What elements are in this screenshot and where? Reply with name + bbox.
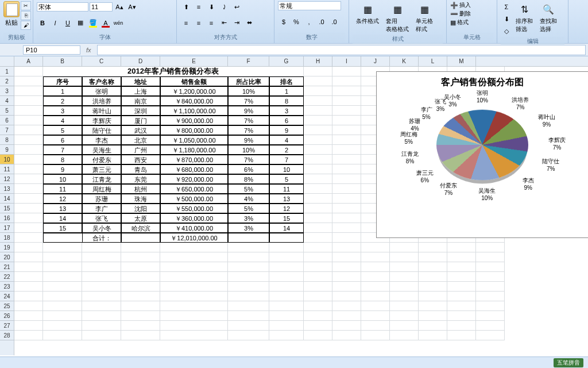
select-all-corner[interactable] (0, 56, 14, 67)
table-title: 2012年客户销售份额分布表 (43, 67, 304, 76)
fill-button[interactable]: ⬇ (501, 13, 512, 25)
align-top-button[interactable]: ⬆ (180, 1, 192, 13)
decrease-font-button[interactable]: A▾ (126, 1, 138, 13)
ime-indicator[interactable]: 五笔拼音 (554, 358, 583, 367)
decrease-decimal-button[interactable]: .0 (328, 16, 340, 28)
name-box[interactable] (23, 45, 80, 55)
phonetic-button[interactable]: wén (113, 17, 124, 29)
orientation-button[interactable]: ⤸ (218, 1, 230, 13)
row-header[interactable]: 12 (0, 174, 14, 184)
paste-button[interactable]: 粘贴 (3, 1, 20, 30)
format-painter-button[interactable]: 🖌 (21, 21, 31, 30)
row-header[interactable]: 24 (0, 292, 14, 301)
row-header[interactable]: 18 (0, 233, 14, 243)
number-format-select[interactable] (278, 1, 341, 10)
row-header[interactable]: 21 (0, 262, 14, 272)
format-cells-button[interactable]: ▦格式 (450, 18, 493, 26)
table-cell: 上海 (121, 86, 160, 96)
find-select-button[interactable]: 🔍 查找和 选择 (536, 1, 560, 37)
percent-button[interactable]: % (291, 16, 302, 28)
row-header[interactable]: 3 (0, 86, 14, 96)
row-header[interactable]: 28 (0, 331, 14, 340)
row-header[interactable]: 13 (0, 184, 14, 194)
conditional-format-button[interactable]: ▦ 条件格式 (353, 1, 382, 34)
italic-button[interactable]: I (49, 17, 61, 29)
row-header[interactable]: 2 (0, 76, 14, 86)
underline-button[interactable]: U (62, 17, 74, 29)
font-name-select[interactable] (37, 2, 88, 12)
row-header[interactable]: 9 (0, 145, 14, 155)
table-cell: 8% (228, 174, 269, 184)
align-right-button[interactable]: ≡ (206, 17, 217, 29)
chart[interactable]: 客户销售份额分布图 张明10%洪培养7%蒋叶山9%李辉庆7%陆守仕7%李杰9%吴… (376, 71, 588, 238)
table-cell: 10 (269, 164, 304, 174)
fx-icon[interactable]: fx (83, 47, 95, 53)
col-header[interactable]: K (390, 56, 419, 66)
font-color-button[interactable]: A (100, 17, 111, 29)
table-format-button[interactable]: ▦ 套用 表格格式 (382, 1, 412, 34)
row-header[interactable]: 15 (0, 204, 14, 213)
row-header[interactable]: 22 (0, 272, 14, 282)
row-header[interactable]: 1 (0, 67, 14, 76)
row-header[interactable]: 16 (0, 213, 14, 223)
row-header[interactable]: 26 (0, 311, 14, 321)
border-button[interactable]: ▦ (75, 17, 86, 29)
increase-decimal-button[interactable]: .0 (316, 16, 327, 28)
insert-cells-button[interactable]: ➕插入 (450, 1, 493, 9)
copy-button[interactable]: ⎘ (21, 11, 31, 20)
col-header[interactable]: B (43, 56, 82, 66)
row-header[interactable]: 27 (0, 321, 14, 331)
paste-icon (3, 1, 20, 17)
clear-button[interactable]: ◇ (501, 25, 512, 37)
delete-cells-button[interactable]: ➖删除 (450, 10, 493, 18)
increase-indent-button[interactable]: ⇥ (231, 17, 242, 29)
align-left-button[interactable]: ≡ (180, 17, 192, 29)
row-header[interactable]: 5 (0, 106, 14, 116)
col-header[interactable]: H (304, 56, 332, 66)
col-header[interactable]: C (82, 56, 121, 66)
col-header[interactable]: L (419, 56, 447, 66)
cell-styles-button[interactable]: ▦ 单元格 样式 (412, 1, 436, 34)
col-header[interactable]: D (121, 56, 160, 66)
row-header[interactable]: 25 (0, 301, 14, 311)
row-header[interactable]: 20 (0, 252, 14, 262)
row-header[interactable]: 19 (0, 243, 14, 252)
row-header[interactable]: 10 (0, 155, 14, 164)
align-center-button[interactable]: ≡ (193, 17, 204, 29)
fill-color-button[interactable]: 🪣 (87, 17, 99, 29)
row-header[interactable]: 23 (0, 282, 14, 292)
cut-button[interactable]: ✂ (21, 1, 31, 10)
col-header[interactable]: M (447, 56, 476, 66)
align-bottom-button[interactable]: ⬇ (206, 1, 217, 13)
row-header[interactable]: 8 (0, 135, 14, 145)
bold-button[interactable]: B (37, 17, 48, 29)
row-header[interactable]: 7 (0, 125, 14, 135)
currency-button[interactable]: $ (278, 16, 289, 28)
row-header[interactable]: 6 (0, 116, 14, 125)
col-header[interactable]: F (228, 56, 269, 66)
table-cell: 1 (43, 86, 82, 96)
col-header[interactable]: A (14, 56, 43, 66)
row-header[interactable]: 14 (0, 194, 14, 204)
col-header[interactable]: J (361, 56, 390, 66)
table-cell: 9% (228, 135, 269, 145)
table-cell: 东莞 (121, 174, 160, 184)
sort-filter-button[interactable]: ⇅ 排序和 筛选 (512, 1, 536, 37)
col-header[interactable]: E (160, 56, 228, 66)
font-size-select[interactable] (90, 2, 113, 12)
col-header[interactable]: G (269, 56, 304, 66)
row-header[interactable]: 4 (0, 96, 14, 106)
comma-button[interactable]: , (303, 16, 315, 28)
formula-bar[interactable] (97, 45, 586, 55)
row-header[interactable]: 17 (0, 223, 14, 233)
table-cell: 5% (228, 184, 269, 194)
row-header[interactable]: 11 (0, 164, 14, 174)
align-middle-button[interactable]: ≡ (193, 1, 204, 13)
col-header[interactable]: I (332, 56, 361, 66)
wrap-text-button[interactable]: ↩ (231, 1, 242, 13)
decrease-indent-button[interactable]: ⇤ (218, 17, 230, 29)
increase-font-button[interactable]: A▴ (114, 1, 125, 13)
merge-button[interactable]: ⬌ (243, 17, 255, 29)
autosum-button[interactable]: Σ (501, 1, 512, 13)
table-cell: 10% (228, 86, 269, 96)
